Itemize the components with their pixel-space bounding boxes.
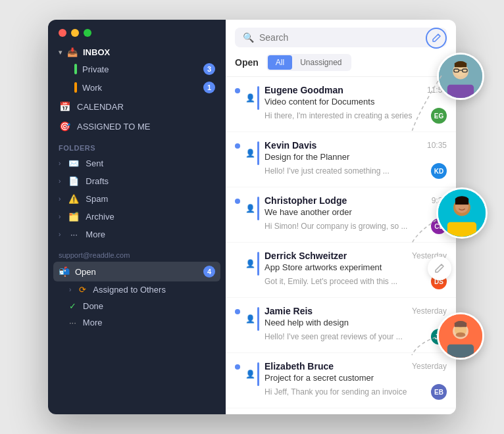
compose-button[interactable] <box>426 28 447 49</box>
mail-top-row: Derrick Schweitzer Yesterday <box>265 251 447 261</box>
mail-sender: Kevin Davis <box>265 140 316 151</box>
maximize-button[interactable] <box>84 29 91 37</box>
mail-content: Jamie Reis Yesterday Need help with desi… <box>265 306 447 345</box>
svg-rect-8 <box>455 63 466 67</box>
sidebar-item-assigned-to-me[interactable]: 🎯 ASSIGNED TO ME <box>53 116 220 136</box>
spam-chevron-icon: › <box>59 195 61 203</box>
mail-sender: Elizabeth Bruce <box>265 361 334 372</box>
sidebar-item-private[interactable]: Private 3 <box>69 60 220 78</box>
inbox-label: INBOX <box>83 47 110 57</box>
person-icon: 👤 <box>245 370 255 379</box>
main-container: ▾ 📥 INBOX Private 3 <box>48 20 456 414</box>
sent-label: Sent <box>86 158 103 168</box>
mail-sender: Jamie Reis <box>265 306 313 316</box>
sidebar-item-more[interactable]: › ··· More <box>53 226 220 243</box>
mail-preview-row: Hi Simon! Our company is growing, so ...… <box>265 218 447 234</box>
svg-point-3 <box>455 64 466 76</box>
drafts-chevron-icon: › <box>59 178 61 185</box>
calendar-label: CALENDAR <box>77 102 124 112</box>
svg-point-19 <box>456 333 466 337</box>
mail-top-row: Jamie Reis Yesterday <box>265 306 447 316</box>
mail-top-row: Kevin Davis 10:35 <box>265 140 447 151</box>
mail-sender: Christopher Lodge <box>265 195 347 206</box>
archive-icon: 🗂️ <box>68 212 79 222</box>
svg-rect-5 <box>463 69 467 72</box>
private-badge: 3 <box>203 63 215 75</box>
assigned-bar <box>257 141 259 165</box>
search-bar[interactable]: 🔍 <box>235 28 447 47</box>
assigned-label: ASSIGNED TO ME <box>77 122 151 132</box>
private-label: Private <box>82 64 109 74</box>
spam-label: Spam <box>86 194 108 204</box>
mail-item[interactable]: 👤 Derrick Schweitzer Yesterday App Store… <box>226 243 456 298</box>
sidebar-item-calendar[interactable]: 📅 CALENDAR <box>53 97 220 116</box>
more-icon: ··· <box>68 229 79 239</box>
mail-preview: Got it, Emily. Let's proceed with this .… <box>265 277 426 286</box>
folders-section-label: Folders <box>48 136 226 155</box>
avatar-small: EB <box>431 384 447 400</box>
person-icon: 👤 <box>245 204 255 213</box>
mail-preview-row: Hello! I've seen great reviews of your .… <box>265 329 447 345</box>
filter-tab-all[interactable]: All <box>268 55 292 70</box>
more2-label: More <box>83 318 103 327</box>
mail-preview: Hello! I've seen great reviews of your .… <box>265 332 426 341</box>
person-icon: 👤 <box>245 259 255 268</box>
sidebar-item-work[interactable]: Work 1 <box>69 78 220 97</box>
svg-point-12 <box>455 200 468 213</box>
inbox-header[interactable]: ▾ 📥 INBOX <box>53 43 220 60</box>
open-badge: 4 <box>203 266 215 277</box>
filter-tabs: All Unassigned <box>266 54 351 71</box>
mail-sender: Eugene Goodman <box>265 85 343 95</box>
traffic-lights <box>48 20 226 43</box>
mail-item[interactable]: 👤 Elizabeth Bruce Yesterday Project for … <box>226 353 456 408</box>
mail-top-row: Elizabeth Bruce Yesterday <box>265 361 447 372</box>
mail-preview-row: Hello! I've just created something ... K… <box>265 163 447 179</box>
open-filter-label: Open <box>235 57 259 68</box>
mail-top-row: Christopher Lodge 9:37 <box>265 195 447 206</box>
unread-dot <box>235 88 240 93</box>
sidebar-item-archive[interactable]: › 🗂️ Archive <box>53 208 220 226</box>
sidebar-item-drafts[interactable]: › 📄 Drafts <box>53 172 220 190</box>
mail-content: Eugene Goodman 11:59 Video content for D… <box>265 85 447 124</box>
person-icon: 👤 <box>245 93 255 103</box>
mail-item[interactable]: 👤 Kevin Davis 10:35 Design for the Plann… <box>226 132 456 187</box>
mail-header: 🔍 Open All Unassigned <box>226 20 456 77</box>
sidebar-item-open[interactable]: 📬 Open 4 <box>53 262 220 281</box>
mail-item[interactable]: 👤 Christopher Lodge 9:37 We have another… <box>226 187 456 243</box>
mail-content: Christopher Lodge 9:37 We have another o… <box>265 195 447 234</box>
mail-sender: Derrick Schweitzer <box>265 251 347 261</box>
close-button[interactable] <box>59 29 66 37</box>
assigned-others-label: Assigned to Others <box>93 285 166 295</box>
minimize-button[interactable] <box>71 29 79 37</box>
sidebar-item-assigned-others[interactable]: › ⟳ Assigned to Others <box>53 281 220 298</box>
unread-dot <box>235 309 240 314</box>
filter-tab-unassigned[interactable]: Unassigned <box>292 55 349 70</box>
mail-item[interactable]: 👤 Eugene Goodman 11:59 Video content for… <box>226 77 456 132</box>
svg-rect-14 <box>455 199 468 205</box>
sent-chevron-icon: › <box>59 160 61 167</box>
mail-content: Derrick Schweitzer Yesterday App Store a… <box>265 251 447 289</box>
assigned-others-icon: ⟳ <box>79 285 86 295</box>
avatar-small: KD <box>431 163 447 179</box>
person-icon: 👤 <box>245 314 255 324</box>
sidebar-item-sent[interactable]: › ✉️ Sent <box>53 155 220 172</box>
mail-item[interactable]: 👤 Jamie Reis Yesterday Need help with de… <box>226 298 456 353</box>
mail-subject: Project for a secret customer <box>265 373 447 383</box>
search-input[interactable] <box>259 32 439 43</box>
open-icon: 📬 <box>59 266 70 277</box>
assigned-bar <box>257 307 259 331</box>
archive-label: Archive <box>86 212 114 222</box>
sidebar-item-more2[interactable]: ··· More <box>53 314 220 331</box>
svg-rect-21 <box>455 323 466 327</box>
sidebar-item-spam[interactable]: › ⚠️ Spam <box>53 190 220 208</box>
mail-items: 👤 Eugene Goodman 11:59 Video content for… <box>226 77 456 414</box>
assigned-icon: 🎯 <box>59 121 70 132</box>
sent-icon: ✉️ <box>68 158 79 168</box>
more-label: More <box>86 229 105 239</box>
avatar-small: EG <box>431 108 447 124</box>
account-label: support@readdle.com <box>48 243 226 262</box>
svg-point-20 <box>455 321 466 327</box>
mail-preview-row: Got it, Emily. Let's proceed with this .… <box>265 274 447 289</box>
more2-icon: ··· <box>69 318 76 327</box>
sidebar-item-done[interactable]: ✓ Done <box>53 298 220 314</box>
